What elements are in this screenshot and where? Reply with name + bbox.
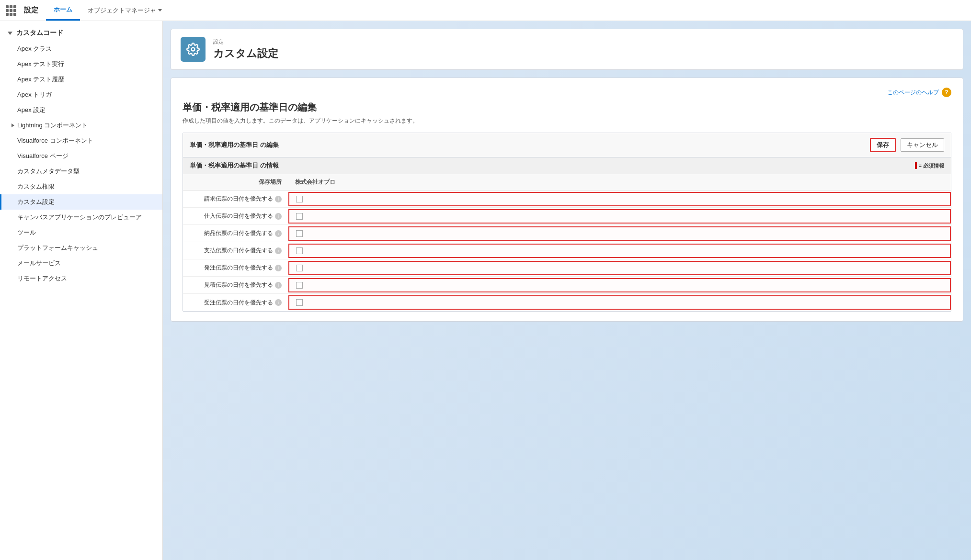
section-toggle-icon	[8, 32, 12, 35]
form-title: 単価・税率適用の基準日の編集	[183, 101, 951, 114]
info-icon-5[interactable]: i	[275, 282, 282, 289]
row-checkbox-4	[288, 261, 951, 275]
checkbox-2[interactable]	[296, 230, 303, 237]
row-label-1: 仕入伝票の日付を優先する i	[183, 209, 288, 223]
col-header-storage: 保存場所	[183, 174, 288, 190]
sidebar-item-apex-trigger[interactable]: Apex トリガ	[0, 87, 162, 102]
sidebar-item-apex-test-run[interactable]: Apex テスト実行	[0, 56, 162, 72]
table-row: 請求伝票の日付を優先する i	[183, 190, 951, 208]
checkbox-3[interactable]	[296, 247, 303, 254]
sidebar-item-remote-access[interactable]: リモートアクセス	[0, 271, 162, 286]
row-checkbox-1	[288, 209, 951, 224]
topbar-title: 設定	[24, 6, 38, 15]
app-grid-icon[interactable]	[6, 5, 16, 16]
chevron-down-icon	[158, 9, 162, 11]
info-icon-2[interactable]: i	[275, 230, 282, 237]
table-row: 発注伝票の日付を優先する i	[183, 259, 951, 277]
page-header-title: カスタム設定	[213, 46, 278, 61]
sidebar-item-canvas-preview[interactable]: キャンバスアプリケーションのプレビューア	[0, 210, 162, 225]
required-bar-icon	[915, 162, 917, 169]
sidebar-item-custom-permission[interactable]: カスタム権限	[0, 179, 162, 194]
row-checkbox-0	[288, 192, 951, 206]
cancel-button[interactable]: キャンセル	[901, 138, 944, 152]
sidebar-section-label: カスタムコード	[16, 29, 63, 37]
row-label-2: 納品伝票の日付を優先する i	[183, 226, 288, 240]
info-icon-6[interactable]: i	[275, 299, 282, 306]
form-table: 請求伝票の日付を優先する i 仕入伝票の日付を優先する i	[183, 190, 951, 311]
info-icon-0[interactable]: i	[275, 196, 282, 202]
page-header-subtitle: 設定	[213, 38, 278, 45]
form-table-header: 保存場所 株式会社オプロ	[183, 174, 951, 190]
sidebar-item-visualforce-component[interactable]: Visualforce コンポーネント	[0, 133, 162, 148]
info-section-title: 単価・税率適用の基準日 の情報	[190, 161, 279, 170]
sidebar-item-custom-metadata[interactable]: カスタムメタデータ型	[0, 164, 162, 179]
sidebar-item-apex-class[interactable]: Apex クラス	[0, 41, 162, 56]
info-icon-1[interactable]: i	[275, 213, 282, 220]
row-label-0: 請求伝票の日付を優先する i	[183, 192, 288, 206]
gear-icon	[186, 43, 200, 56]
sidebar-item-apex-settings[interactable]: Apex 設定	[0, 102, 162, 118]
page-header-icon	[181, 37, 206, 62]
page-header-text: 設定 カスタム設定	[213, 38, 278, 61]
row-label-6: 受注伝票の日付を優先する i	[183, 296, 288, 310]
row-checkbox-2	[288, 226, 951, 241]
info-icon-4[interactable]: i	[275, 265, 282, 271]
content-area: 設定 カスタム設定 このページのヘルプ ? 単価・税率適用の基準日の編集 作成し…	[163, 21, 971, 560]
help-icon[interactable]: ?	[942, 88, 951, 97]
table-row: 受注伝票の日付を優先する i	[183, 294, 951, 311]
row-label-5: 見積伝票の日付を優先する i	[183, 278, 288, 292]
info-section-header: 単価・税率適用の基準日 の情報 = 必須情報	[183, 157, 951, 174]
sidebar: カスタムコード Apex クラス Apex テスト実行 Apex テスト履歴 A…	[0, 21, 163, 560]
sidebar-item-custom-settings[interactable]: カスタム設定	[0, 194, 162, 210]
topbar-tabs: ホーム オブジェクトマネージャ	[46, 0, 170, 21]
form-section-edit-title: 単価・税率適用の基準日 の編集	[190, 141, 279, 149]
sidebar-item-lightning-component[interactable]: Lightning コンポーネント	[0, 118, 162, 133]
subsection-expand-icon	[11, 123, 14, 127]
row-label-4: 発注伝票の日付を優先する i	[183, 261, 288, 275]
row-label-3: 支払伝票の日付を優先する i	[183, 244, 288, 258]
form-section-header-left: 単価・税率適用の基準日 の編集	[190, 141, 279, 149]
row-checkbox-6	[288, 295, 951, 310]
row-checkbox-5	[288, 278, 951, 292]
topbar: 設定 ホーム オブジェクトマネージャ	[0, 0, 971, 21]
save-button[interactable]: 保存	[870, 138, 896, 152]
checkbox-0[interactable]	[296, 196, 303, 202]
sidebar-section-custom-code[interactable]: カスタムコード	[0, 25, 162, 41]
sidebar-item-apex-test-history[interactable]: Apex テスト履歴	[0, 72, 162, 87]
form-card: このページのヘルプ ? 単価・税率適用の基準日の編集 作成した項目の値を入力しま…	[171, 78, 963, 322]
sidebar-item-tools[interactable]: ツール	[0, 225, 162, 240]
checkbox-4[interactable]	[296, 265, 303, 271]
page-header-card: 設定 カスタム設定	[171, 29, 963, 70]
form-section-buttons: 保存 キャンセル	[870, 138, 944, 152]
col-header-company: 株式会社オプロ	[288, 174, 951, 190]
table-row: 納品伝票の日付を優先する i	[183, 225, 951, 242]
form-desc: 作成した項目の値を入力します。このデータは、アプリケーションにキャッシュされます…	[183, 117, 951, 125]
form-section-edit-header: 単価・税率適用の基準日 の編集 保存 キャンセル	[183, 133, 951, 157]
sidebar-item-visualforce-page[interactable]: Visualforce ページ	[0, 148, 162, 164]
info-icon-3[interactable]: i	[275, 247, 282, 254]
help-link[interactable]: このページのヘルプ	[887, 89, 939, 97]
main-layout: カスタムコード Apex クラス Apex テスト実行 Apex テスト履歴 A…	[0, 21, 971, 560]
sidebar-item-platform-cache[interactable]: プラットフォームキャッシュ	[0, 240, 162, 256]
tab-home[interactable]: ホーム	[46, 0, 80, 21]
checkbox-1[interactable]	[296, 213, 303, 220]
required-legend: = 必須情報	[915, 162, 944, 169]
table-row: 支払伝票の日付を優先する i	[183, 242, 951, 259]
table-row: 仕入伝票の日付を優先する i	[183, 208, 951, 225]
checkbox-6[interactable]	[296, 299, 303, 306]
page-help-row: このページのヘルプ ?	[183, 88, 951, 97]
sidebar-item-email-service[interactable]: メールサービス	[0, 256, 162, 271]
table-row: 見積伝票の日付を優先する i	[183, 277, 951, 294]
row-checkbox-3	[288, 244, 951, 258]
tab-object-manager[interactable]: オブジェクトマネージャ	[80, 0, 170, 21]
form-section: 単価・税率適用の基準日 の編集 保存 キャンセル 単価・税率適用の基準日 の情報…	[183, 133, 951, 312]
checkbox-5[interactable]	[296, 282, 303, 289]
